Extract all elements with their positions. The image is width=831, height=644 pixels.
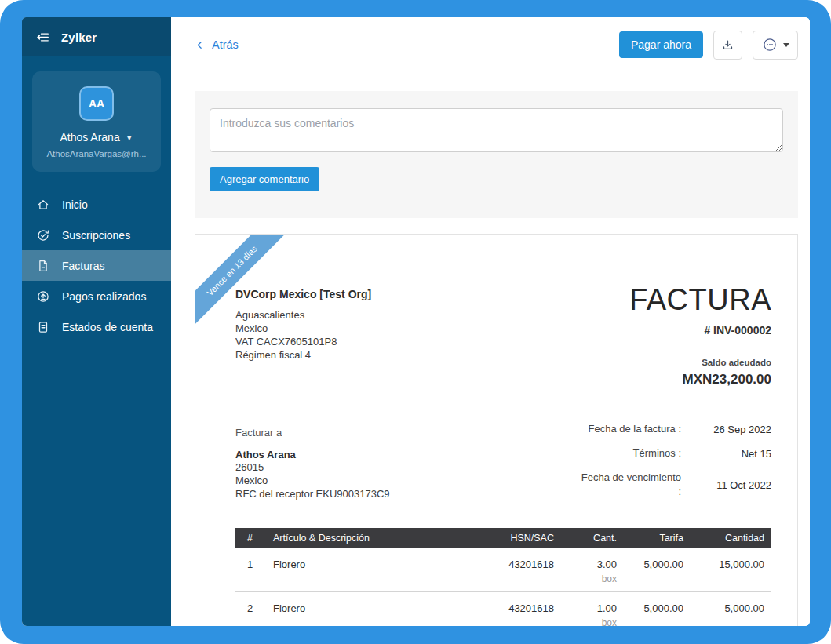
add-comment-button[interactable]: Agregar comentario	[210, 167, 319, 191]
sidebar-item-label: Inicio	[62, 198, 88, 211]
qty-value: 1.00	[554, 602, 617, 614]
col-header-amount: Cantidad	[683, 533, 771, 544]
cell-item: Florero	[273, 558, 468, 584]
org-line: Mexico	[235, 322, 371, 335]
back-button[interactable]: Atrás	[195, 38, 239, 51]
meta-row: Términos : Net 15	[540, 446, 771, 460]
collapse-sidebar-icon[interactable]	[35, 30, 50, 45]
invoice-title: FACTURA	[629, 283, 771, 317]
sidebar-item-suscripciones[interactable]: Suscripciones	[22, 220, 171, 250]
balance-due-value: MXN23,200.00	[629, 372, 771, 387]
org-line: Régimen fiscal 4	[235, 348, 371, 362]
invoice-parties: Facturar a Athos Arana 26015 Mexico RFC …	[235, 427, 771, 509]
invoice-title-block: FACTURA # INV-000002 Saldo adeudado MXN2…	[629, 283, 771, 387]
profile-card: AA Athos Arana ▼ AthosAranaVargas@rh...	[32, 71, 161, 172]
comment-input[interactable]	[210, 108, 783, 152]
due-date-label: Fecha de vencimiento :	[578, 471, 681, 499]
sidebar-item-facturas[interactable]: Facturas	[22, 250, 171, 281]
bill-to-block: Facturar a Athos Arana 26015 Mexico RFC …	[235, 427, 390, 509]
org-line: VAT CACX7605101P8	[235, 335, 371, 348]
col-header-rate: Tarifa	[617, 533, 683, 544]
org-line: Aguascalientes	[235, 308, 371, 322]
invoices-icon	[36, 259, 50, 273]
chevron-left-icon	[195, 40, 205, 50]
due-date-value: 11 Oct 2022	[681, 479, 771, 491]
table-header: # Artículo & Descripción HSN/SAC Cant. T…	[235, 528, 771, 548]
bill-to-name: Athos Arana	[235, 449, 390, 460]
qty-value: 3.00	[554, 558, 617, 570]
window-frame: Zylker AA Athos Arana ▼ AthosAranaVargas…	[0, 0, 831, 644]
terms-value: Net 15	[681, 448, 771, 460]
balance-due-label: Saldo adeudado	[629, 358, 771, 367]
meta-row: Fecha de la factura : 26 Sep 2022	[540, 422, 771, 436]
cell-hsn: 43201618	[468, 602, 554, 626]
cell-amount: 5,000.00	[683, 602, 771, 626]
more-actions-button[interactable]	[753, 31, 798, 60]
invoice-header: DVCorp Mexico [Test Org] Aguascalientes …	[235, 288, 771, 387]
qty-unit: box	[554, 573, 617, 584]
cell-amount: 15,000.00	[683, 558, 771, 584]
cell-qty: 3.00 box	[554, 558, 617, 584]
back-label: Atrás	[212, 38, 239, 51]
cell-num: 2	[235, 602, 273, 626]
chevron-down-icon: ▼	[126, 133, 133, 142]
sidebar-item-estados-de-cuenta[interactable]: Estados de cuenta	[22, 311, 171, 342]
sidebar: Zylker AA Athos Arana ▼ AthosAranaVargas…	[22, 17, 171, 626]
home-icon	[36, 198, 50, 212]
ellipsis-circle-icon	[762, 37, 778, 53]
invoice-date-value: 26 Sep 2022	[681, 424, 771, 435]
cell-rate: 5,000.00	[617, 558, 683, 584]
bill-to-line: Mexico	[235, 474, 390, 487]
sidebar-item-inicio[interactable]: Inicio	[22, 189, 171, 220]
topbar: Atrás Pagar ahora	[171, 17, 810, 72]
profile-email: AthosAranaVargas@rh...	[40, 149, 153, 158]
brand-name: Zylker	[61, 31, 97, 44]
org-block: DVCorp Mexico [Test Org] Aguascalientes …	[235, 288, 371, 387]
table-row: 1 Florero 43201618 3.00 box 5,000.00 15,…	[235, 548, 771, 592]
sidebar-item-label: Pagos realizados	[62, 290, 146, 303]
content-area: Agregar comentario Vence en 13 días DVCo…	[171, 72, 810, 626]
cell-num: 1	[235, 558, 273, 584]
sidebar-item-label: Estados de cuenta	[62, 321, 153, 333]
bill-to-line: RFC del receptor EKU9003173C9	[235, 487, 390, 500]
app-window: Zylker AA Athos Arana ▼ AthosAranaVargas…	[22, 17, 810, 626]
table-row: 2 Florero 43201618 1.00 box 5,000.00 5,0…	[235, 592, 771, 626]
col-header-item: Artículo & Descripción	[273, 533, 468, 544]
main-area: Atrás Pagar ahora	[171, 17, 810, 626]
statements-icon	[36, 320, 50, 334]
sidebar-item-pagos-realizados[interactable]: Pagos realizados	[22, 281, 171, 311]
terms-label: Términos :	[578, 446, 681, 460]
org-name: DVCorp Mexico [Test Org]	[235, 288, 371, 300]
avatar: AA	[79, 86, 114, 121]
col-header-num: #	[235, 533, 273, 544]
cell-item: Florero	[273, 602, 468, 626]
invoice-meta: Fecha de la factura : 26 Sep 2022 Términ…	[540, 422, 771, 509]
meta-row: Fecha de vencimiento : 11 Oct 2022	[540, 471, 771, 499]
sidebar-header: Zylker	[22, 17, 171, 56]
profile-name: Athos Arana	[60, 131, 119, 144]
cell-rate: 5,000.00	[617, 602, 683, 626]
download-icon	[721, 38, 734, 52]
col-header-hsn: HSN/SAC	[468, 533, 554, 544]
invoice-date-label: Fecha de la factura :	[578, 422, 681, 436]
comment-panel: Agregar comentario	[195, 91, 798, 218]
bill-to-label: Facturar a	[235, 427, 390, 438]
pay-now-button[interactable]: Pagar ahora	[619, 31, 703, 58]
sidebar-item-label: Suscripciones	[62, 229, 130, 242]
chevron-down-icon	[783, 43, 789, 47]
cell-qty: 1.00 box	[554, 602, 617, 626]
download-button[interactable]	[713, 31, 742, 60]
bill-to-line: 26015	[235, 460, 390, 474]
subscriptions-icon	[36, 228, 50, 242]
sidebar-nav: Inicio Suscripciones	[22, 189, 171, 342]
payments-icon	[36, 289, 50, 304]
cell-hsn: 43201618	[468, 558, 554, 584]
col-header-qty: Cant.	[554, 533, 617, 544]
invoice-card: Vence en 13 días DVCorp Mexico [Test Org…	[195, 234, 798, 626]
invoice-number: # INV-000002	[629, 324, 771, 337]
line-items-table: # Artículo & Descripción HSN/SAC Cant. T…	[235, 528, 771, 626]
sidebar-item-label: Facturas	[62, 260, 104, 272]
qty-unit: box	[554, 617, 617, 626]
profile-dropdown[interactable]: Athos Arana ▼	[40, 131, 153, 144]
